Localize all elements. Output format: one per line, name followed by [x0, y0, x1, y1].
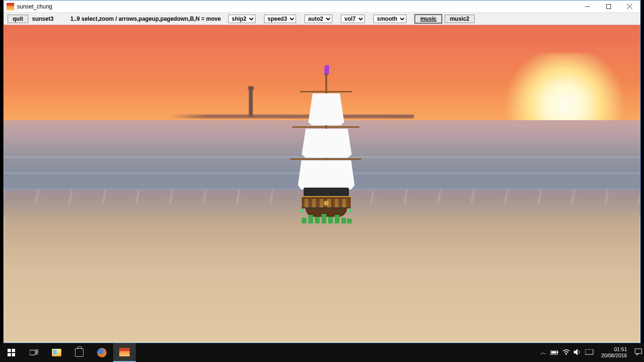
- svg-marker-15: [574, 349, 578, 355]
- maximize-button[interactable]: [598, 0, 619, 12]
- volume-icon[interactable]: [574, 349, 581, 357]
- app-icon: [7, 3, 14, 10]
- system-tray[interactable]: ︿ 01:51 20/08/2016: [540, 346, 644, 359]
- svg-rect-10: [36, 352, 38, 354]
- start-button[interactable]: [0, 343, 23, 362]
- ship-hull: [300, 188, 353, 221]
- svg-rect-8: [30, 350, 35, 355]
- taskbar[interactable]: ︿ 01:51 20/08/2016: [0, 343, 644, 362]
- tray-chevron-icon[interactable]: ︿: [540, 348, 546, 357]
- smooth-select[interactable]: smooth: [373, 15, 406, 23]
- render-viewport[interactable]: [4, 25, 640, 343]
- minimize-button[interactable]: [577, 0, 598, 12]
- vol-select[interactable]: vol7: [341, 15, 365, 23]
- speed-select[interactable]: speed3: [264, 15, 296, 23]
- svg-rect-19: [635, 349, 642, 354]
- sunset-chung-task-icon[interactable]: [113, 343, 136, 362]
- controls-hint: 1..9 select,zoom / arrows,pageup,pagedow…: [70, 16, 221, 22]
- svg-rect-5: [12, 349, 15, 352]
- action-center-icon[interactable]: [635, 348, 642, 357]
- toolbar: quit sunset3 1..9 select,zoom / arrows,p…: [4, 13, 640, 25]
- svg-rect-7: [12, 353, 15, 356]
- firefox-icon[interactable]: [91, 343, 113, 362]
- quit-button[interactable]: quit: [8, 15, 28, 23]
- lighthouse: [249, 89, 253, 116]
- music-button[interactable]: music: [415, 15, 442, 23]
- titlebar[interactable]: sunset_chung: [4, 0, 640, 13]
- svg-rect-1: [606, 4, 611, 8]
- svg-point-14: [566, 354, 567, 354]
- clock-date: 20/08/2016: [601, 353, 627, 359]
- file-explorer-icon[interactable]: [45, 343, 68, 362]
- app-window: sunset_chung quit sunset3 1..9 select,zo…: [3, 0, 641, 343]
- window-controls: [577, 0, 640, 12]
- clock[interactable]: 01:51 20/08/2016: [597, 346, 631, 359]
- ship-sail: [302, 129, 352, 158]
- music2-button[interactable]: music2: [445, 15, 474, 23]
- store-icon[interactable]: [68, 343, 91, 362]
- pier: [169, 103, 414, 122]
- ship-sprite: [295, 65, 356, 211]
- svg-rect-13: [551, 351, 556, 354]
- ship-sail: [308, 93, 344, 125]
- svg-rect-4: [8, 349, 11, 352]
- svg-rect-12: [557, 351, 558, 354]
- svg-rect-9: [36, 349, 38, 351]
- close-button[interactable]: [619, 0, 640, 12]
- ship-select[interactable]: ship2: [228, 15, 256, 23]
- svg-rect-16: [585, 349, 593, 354]
- clock-time: 01:51: [601, 346, 627, 353]
- task-view-button[interactable]: [23, 343, 45, 362]
- ship-sail: [298, 160, 355, 189]
- svg-rect-6: [8, 353, 11, 356]
- wifi-icon[interactable]: [562, 349, 570, 356]
- scene-label: sunset3: [31, 16, 54, 22]
- keyboard-icon[interactable]: [585, 349, 594, 356]
- auto-select[interactable]: auto2: [305, 15, 332, 23]
- window-title: sunset_chung: [17, 3, 52, 10]
- battery-icon[interactable]: [550, 349, 559, 356]
